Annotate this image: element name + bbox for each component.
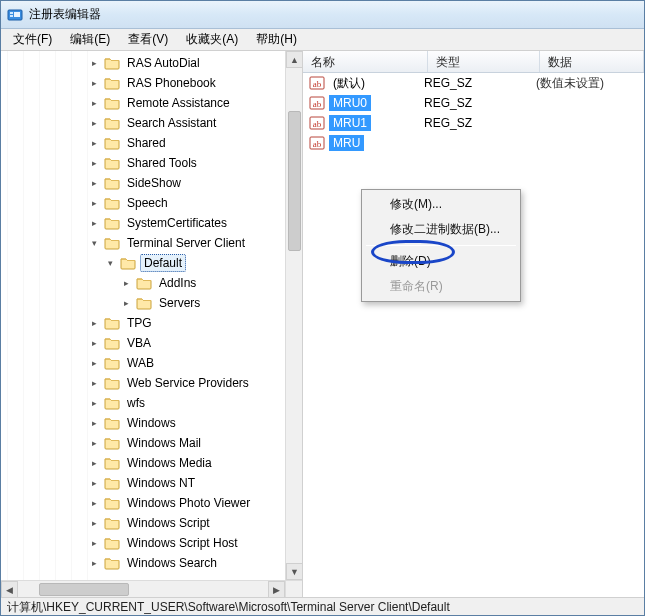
tree-item-label[interactable]: SystemCertificates xyxy=(124,215,230,231)
tree-item[interactable]: ▸ WAB xyxy=(5,353,285,373)
tree-item[interactable]: ▸ Shared Tools xyxy=(5,153,285,173)
scroll-thumb[interactable] xyxy=(288,111,301,251)
expand-icon[interactable]: ▸ xyxy=(89,218,100,229)
expand-icon[interactable]: ▸ xyxy=(89,398,100,409)
tree-item-label[interactable]: Windows NT xyxy=(124,475,198,491)
tree-item-label[interactable]: Servers xyxy=(156,295,203,311)
expand-icon[interactable]: ▸ xyxy=(89,178,100,189)
tree-item[interactable]: ▸ VBA xyxy=(5,333,285,353)
tree-item[interactable]: ▸ wfs xyxy=(5,393,285,413)
tree-item-label[interactable]: TPG xyxy=(124,315,155,331)
tree-item[interactable]: ▸ SideShow xyxy=(5,173,285,193)
tree-item-label[interactable]: Shared Tools xyxy=(124,155,200,171)
value-row[interactable]: ab MRU1REG_SZ xyxy=(303,113,644,133)
tree-item[interactable]: ▸ Servers xyxy=(5,293,285,313)
tree-item-label[interactable]: Windows xyxy=(124,415,179,431)
tree-item-label[interactable]: VBA xyxy=(124,335,154,351)
expand-icon[interactable]: ▸ xyxy=(89,78,100,89)
scroll-down-button[interactable]: ▼ xyxy=(286,563,303,580)
tree-item-label[interactable]: Windows Mail xyxy=(124,435,204,451)
tree-item-label[interactable]: Default xyxy=(140,254,186,272)
expand-icon[interactable]: ▸ xyxy=(89,518,100,529)
menu-view[interactable]: 查看(V) xyxy=(120,29,176,50)
tree-item-label[interactable]: Windows Script xyxy=(124,515,213,531)
tree-item[interactable]: ▸ Speech xyxy=(5,193,285,213)
expand-icon[interactable]: ▸ xyxy=(89,558,100,569)
tree-item[interactable]: ▸ Windows Mail xyxy=(5,433,285,453)
tree-item[interactable]: ▸ Web Service Providers xyxy=(5,373,285,393)
menu-favorites[interactable]: 收藏夹(A) xyxy=(178,29,246,50)
expand-icon[interactable]: ▸ xyxy=(89,118,100,129)
tree-item[interactable]: ▸ Windows Script xyxy=(5,513,285,533)
column-header-data[interactable]: 数据 xyxy=(540,51,644,72)
expand-icon[interactable]: ▸ xyxy=(89,138,100,149)
scroll-right-button[interactable]: ▶ xyxy=(268,581,285,597)
tree-vscrollbar[interactable]: ▲ ▼ xyxy=(285,51,302,580)
tree-item[interactable]: ▸ SystemCertificates xyxy=(5,213,285,233)
tree-item-label[interactable]: RAS Phonebook xyxy=(124,75,219,91)
tree-item-label[interactable]: Windows Search xyxy=(124,555,220,571)
tree-item[interactable]: ▸ Windows Photo Viewer xyxy=(5,493,285,513)
expand-icon[interactable]: ▸ xyxy=(89,458,100,469)
expand-icon[interactable]: ▸ xyxy=(89,478,100,489)
value-row[interactable]: ab MRU0REG_SZ xyxy=(303,93,644,113)
tree-item[interactable]: ▸ RAS Phonebook xyxy=(5,73,285,93)
scroll-up-button[interactable]: ▲ xyxy=(286,51,303,68)
expand-icon[interactable]: ▸ xyxy=(121,278,132,289)
tree-item[interactable]: ▸ RAS AutoDial xyxy=(5,53,285,73)
registry-tree[interactable]: ▸ RAS AutoDial▸ RAS Phonebook▸ Remote As… xyxy=(5,53,285,573)
expand-icon[interactable]: ▸ xyxy=(121,298,132,309)
collapse-icon[interactable]: ▾ xyxy=(105,258,116,269)
tree-item[interactable]: ▸ AddIns xyxy=(5,273,285,293)
column-header-type[interactable]: 类型 xyxy=(428,51,540,72)
tree-item[interactable]: ▸ TPG xyxy=(5,313,285,333)
tree-item[interactable]: ▸ Shared xyxy=(5,133,285,153)
expand-icon[interactable]: ▸ xyxy=(89,158,100,169)
value-row[interactable]: ab (默认)REG_SZ(数值未设置) xyxy=(303,73,644,93)
tree-item[interactable]: ▸ Remote Assistance xyxy=(5,93,285,113)
expand-icon[interactable]: ▸ xyxy=(89,358,100,369)
tree-item[interactable]: ▾ Terminal Server Client xyxy=(5,233,285,253)
tree-item-label[interactable]: SideShow xyxy=(124,175,184,191)
tree-item[interactable]: ▸ Windows xyxy=(5,413,285,433)
tree-item-label[interactable]: Search Assistant xyxy=(124,115,219,131)
column-header-name[interactable]: 名称 xyxy=(303,51,428,72)
tree-item[interactable]: ▸ Windows Script Host xyxy=(5,533,285,553)
tree-item-label[interactable]: Shared xyxy=(124,135,169,151)
menu-edit[interactable]: 编辑(E) xyxy=(62,29,118,50)
tree-item[interactable]: ▸ Search Assistant xyxy=(5,113,285,133)
tree-item[interactable]: ▸ Windows Media xyxy=(5,453,285,473)
tree-item-label[interactable]: Web Service Providers xyxy=(124,375,252,391)
expand-icon[interactable]: ▸ xyxy=(89,418,100,429)
expand-icon[interactable]: ▸ xyxy=(89,58,100,69)
menu-file[interactable]: 文件(F) xyxy=(5,29,60,50)
tree-item-label[interactable]: Terminal Server Client xyxy=(124,235,248,251)
collapse-icon[interactable]: ▾ xyxy=(89,238,100,249)
tree-hscrollbar[interactable]: ◀ ▶ xyxy=(1,580,285,597)
expand-icon[interactable]: ▸ xyxy=(89,98,100,109)
expand-icon[interactable]: ▸ xyxy=(89,198,100,209)
expand-icon[interactable]: ▸ xyxy=(89,318,100,329)
tree-item-label[interactable]: Windows Media xyxy=(124,455,215,471)
scroll-thumb[interactable] xyxy=(39,583,129,596)
tree-item-label[interactable]: Windows Script Host xyxy=(124,535,241,551)
tree-item-label[interactable]: Windows Photo Viewer xyxy=(124,495,253,511)
scroll-left-button[interactable]: ◀ xyxy=(1,581,18,597)
tree-item-label[interactable]: WAB xyxy=(124,355,157,371)
value-row[interactable]: ab MRU xyxy=(303,133,644,153)
ctx-delete[interactable]: 删除(D) xyxy=(364,249,518,274)
tree-item-label[interactable]: RAS AutoDial xyxy=(124,55,203,71)
menu-help[interactable]: 帮助(H) xyxy=(248,29,305,50)
ctx-modify-binary[interactable]: 修改二进制数据(B)... xyxy=(364,217,518,242)
tree-item[interactable]: ▸ Windows Search xyxy=(5,553,285,573)
expand-icon[interactable]: ▸ xyxy=(89,378,100,389)
tree-item-label[interactable]: AddIns xyxy=(156,275,199,291)
tree-item[interactable]: ▸ Windows NT xyxy=(5,473,285,493)
tree-item-label[interactable]: wfs xyxy=(124,395,148,411)
expand-icon[interactable]: ▸ xyxy=(89,498,100,509)
tree-item-label[interactable]: Speech xyxy=(124,195,171,211)
expand-icon[interactable]: ▸ xyxy=(89,538,100,549)
expand-icon[interactable]: ▸ xyxy=(89,438,100,449)
values-list[interactable]: ab (默认)REG_SZ(数值未设置) ab MRU0REG_SZ ab MR… xyxy=(303,73,644,153)
ctx-modify[interactable]: 修改(M)... xyxy=(364,192,518,217)
